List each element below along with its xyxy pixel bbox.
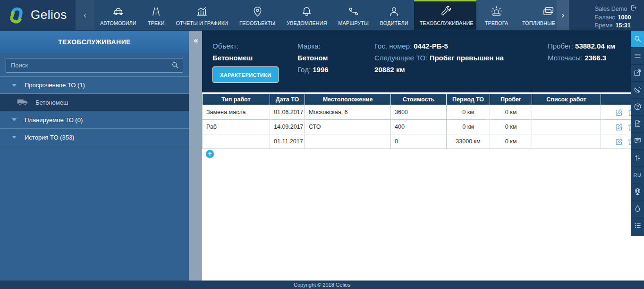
- table-row: Замена масла 01.06.2017 Московская, 6 36…: [203, 105, 644, 120]
- nav-item-vehicles[interactable]: АВТОМОБИЛИ: [94, 0, 142, 30]
- top-navbar: Gelios ‹ АВТОМОБИЛИ ТРЕКИ ОТЧЕТЫ И ГРАФИ…: [0, 0, 644, 31]
- tree-item-vehicle-selected[interactable]: Бетономеш: [0, 94, 189, 111]
- main-navigation-overflow: ТРЕВОГА ТОПЛИВНЫЕ КАРТЫ: [476, 0, 557, 30]
- cell-cost: 400: [391, 120, 447, 134]
- toolbar-list-button[interactable]: [631, 217, 644, 234]
- col-header-work-type: Тип работ: [203, 94, 270, 105]
- toolbar-satellite-button[interactable]: [631, 82, 644, 99]
- cell-location: [305, 134, 391, 149]
- next-to-label: Следующее ТО:: [374, 54, 427, 62]
- nav-scroll-right-chevron-icon[interactable]: ›: [557, 0, 569, 30]
- nav-item-label: ТРЕКИ: [148, 20, 165, 26]
- toolbar-chat-button[interactable]: [631, 132, 644, 149]
- brand-name: Gelios: [31, 8, 67, 22]
- cell-location: СТО: [305, 120, 391, 134]
- brand-value: Бетоном: [297, 54, 328, 62]
- tree-group-overdue[interactable]: Просроченное ТО (1): [0, 76, 189, 94]
- toolbar-search-button[interactable]: [631, 31, 644, 48]
- plate-value: 0442-РБ-5: [414, 42, 448, 50]
- nav-item-geoobjects[interactable]: ГЕООБЪЕКТЫ: [234, 0, 281, 30]
- nav-item-routes[interactable]: МАРШРУТЫ: [332, 0, 374, 30]
- toolbar-expand-button[interactable]: [631, 65, 644, 82]
- sidebar-search: [6, 58, 183, 73]
- chevron-down-icon: [12, 118, 17, 121]
- cell-work-list: [532, 120, 601, 134]
- logout-icon[interactable]: [630, 4, 637, 14]
- table-row: Раб 14.09.2017 СТО 400 0 км 0 км: [203, 120, 644, 134]
- fuel-cards-icon: [542, 5, 555, 18]
- brand-label: Марка:: [297, 42, 321, 50]
- toolbar-report-button[interactable]: [631, 116, 644, 132]
- cell-period: 0 км: [447, 105, 490, 120]
- year-value: 1996: [313, 66, 328, 74]
- cell-cost: 3600: [391, 105, 447, 120]
- nav-item-maintenance[interactable]: ТЕХОБСЛУЖИВАНИЕ: [414, 0, 476, 30]
- tree-group-label: История ТО (353): [25, 134, 74, 141]
- toolbar-settings-button[interactable]: [631, 149, 644, 166]
- sidebar-collapse-strip: «: [189, 31, 202, 281]
- user-name: Sales Demo: [595, 5, 627, 13]
- col-header-cost: Стоимость: [391, 94, 447, 105]
- toolbar-menu-button[interactable]: [631, 48, 644, 65]
- mileage-label: Пробег:: [548, 42, 573, 50]
- toolbar-fuel-button[interactable]: [631, 200, 644, 217]
- add-record-button[interactable]: +: [206, 150, 214, 158]
- nav-item-label: ТЕХОБСЛУЖИВАНИЕ: [420, 20, 474, 26]
- year-label: Год:: [297, 66, 311, 74]
- bell-icon: [300, 5, 313, 18]
- person-icon: [388, 5, 400, 18]
- nav-scroll-left-chevron-icon[interactable]: ‹: [76, 0, 94, 30]
- time-label: Время: [595, 22, 613, 30]
- col-header-mileage: Пробег: [490, 94, 532, 105]
- logo-block[interactable]: Gelios: [0, 0, 76, 30]
- cell-work-type: Замена масла: [203, 105, 270, 120]
- mileage-value: 53882.04 км: [575, 42, 615, 50]
- tree-group-label: Планируемое ТО (0): [25, 116, 83, 124]
- help-icon: [634, 103, 642, 111]
- col-header-date: Дата ТО: [270, 94, 305, 105]
- nav-item-label: ГЕООБЪЕКТЫ: [239, 20, 275, 26]
- chart-icon: [195, 5, 208, 18]
- balance-value: 1000: [618, 14, 631, 22]
- copyright-bar: Copyright © 2018 Gelios: [0, 281, 644, 289]
- tree-item-label: Бетономеш: [35, 99, 68, 106]
- nav-item-notifications[interactable]: УВЕДОМЛЕНИЯ: [281, 0, 332, 30]
- siren-icon: [490, 5, 503, 18]
- vehicle-info-panel: Объект: Бетономеш ХАРАКТЕРИСТИКИ Марка: …: [202, 31, 644, 92]
- edit-icon[interactable]: [615, 123, 623, 131]
- table-header-row: Тип работ Дата ТО Местоположение Стоимос…: [203, 94, 644, 105]
- nav-item-fuel-cards[interactable]: ТОПЛИВНЫЕ КАРТЫ: [517, 0, 557, 30]
- nav-item-label: УВЕДОМЛЕНИЯ: [287, 20, 327, 26]
- main-content: Объект: Бетономеш ХАРАКТЕРИСТИКИ Марка: …: [202, 31, 644, 281]
- nav-item-label: ТРЕВОГА: [485, 20, 508, 26]
- nav-item-alarm[interactable]: ТРЕВОГА: [476, 0, 517, 30]
- edit-icon[interactable]: [615, 108, 623, 116]
- truck-icon: [17, 98, 28, 107]
- nav-item-reports[interactable]: ОТЧЕТЫ И ГРАФИКИ: [170, 0, 234, 30]
- hours-value: 2366.3: [585, 54, 606, 62]
- toolbar-help-button[interactable]: [631, 99, 644, 116]
- chevron-down-icon: [12, 136, 17, 139]
- nav-item-label: МАРШРУТЫ: [338, 20, 368, 26]
- object-label: Объект:: [212, 42, 238, 50]
- toolbar-globe-button[interactable]: [631, 183, 644, 200]
- search-icon: [171, 61, 179, 69]
- tree-group-planned[interactable]: Планируемое ТО (0): [0, 111, 189, 129]
- collapse-sidebar-icon[interactable]: «: [189, 35, 202, 46]
- nav-item-drivers[interactable]: ВОДИТЕЛИ: [374, 0, 414, 30]
- search-input[interactable]: [6, 58, 183, 73]
- edit-icon[interactable]: [615, 138, 623, 146]
- characteristics-button[interactable]: ХАРАКТЕРИСТИКИ: [212, 66, 279, 83]
- object-value: Бетономеш: [212, 54, 253, 62]
- nav-item-tracks[interactable]: ТРЕКИ: [142, 0, 170, 30]
- cell-work-list: [532, 105, 601, 120]
- copyright-text: Copyright © 2018 Gelios: [294, 282, 350, 288]
- maintenance-tree: Просроченное ТО (1) Бетономеш Планируемо…: [0, 76, 189, 146]
- droplet-icon: [634, 205, 642, 213]
- hours-label: Моточасы:: [548, 54, 583, 62]
- tree-group-history[interactable]: История ТО (353): [0, 129, 189, 146]
- language-switcher[interactable]: RU: [631, 166, 644, 183]
- col-header-location: Местоположение: [305, 94, 391, 105]
- expand-icon: [634, 69, 642, 77]
- nav-item-label: ТОПЛИВНЫЕ КАРТЫ: [522, 20, 557, 26]
